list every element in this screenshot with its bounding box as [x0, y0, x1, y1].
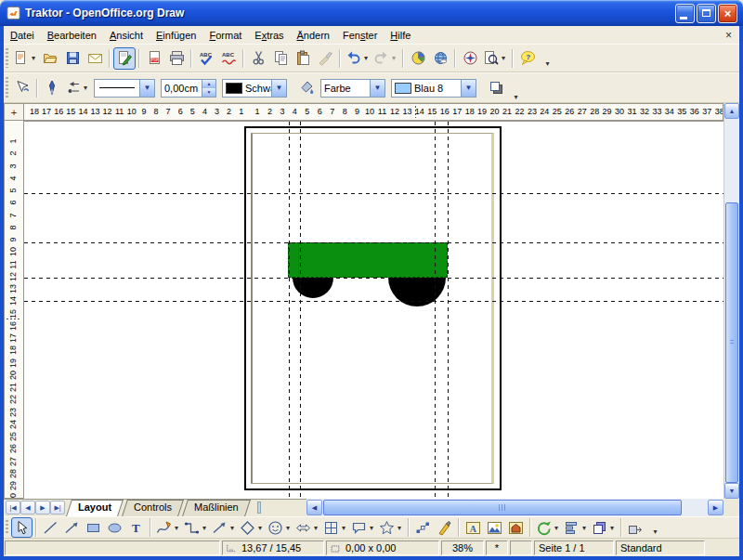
horizontal-scrollbar[interactable]: ◀ ▶	[306, 499, 723, 516]
snap-guide-horizontal[interactable]	[24, 301, 723, 302]
tab-maßlinien[interactable]: Maßlinien	[185, 500, 252, 516]
chevron-down-icon[interactable]: ▾	[201, 524, 208, 532]
chevron-down-icon[interactable]: ▾	[312, 524, 319, 532]
chevron-down-icon[interactable]: ▾	[608, 524, 616, 532]
tab-splitter-handle[interactable]	[257, 501, 261, 514]
save-button[interactable]	[61, 47, 84, 70]
select-button[interactable]	[11, 517, 33, 538]
shadow-button[interactable]	[485, 77, 507, 99]
dropdown-button[interactable]: ▼	[370, 80, 385, 97]
paste-button[interactable]	[292, 47, 314, 70]
navigator-button[interactable]	[459, 47, 481, 70]
area-dialog-button[interactable]	[295, 77, 318, 99]
menu-fenster[interactable]: Fenster	[336, 28, 384, 43]
page[interactable]	[244, 126, 502, 490]
status-zoom[interactable]: 38%	[441, 540, 484, 555]
chevron-down-icon[interactable]: ▾	[368, 524, 375, 532]
toolbar-options-button[interactable]: ▾	[511, 93, 521, 103]
line-button[interactable]	[40, 517, 61, 538]
snap-guide-vertical[interactable]	[300, 122, 301, 499]
open-button[interactable]	[39, 47, 61, 70]
scroll-right-button[interactable]: ▶	[708, 500, 723, 515]
menu-datei[interactable]: Datei	[4, 28, 41, 43]
tab-scroll-first-button[interactable]: |◀	[6, 501, 20, 514]
spellcheck-button[interactable]: ABC	[195, 47, 217, 70]
chevron-down-icon[interactable]: ▾	[30, 54, 37, 62]
horizontal-scroll-track[interactable]	[322, 500, 708, 515]
snap-guide-horizontal[interactable]	[24, 242, 723, 243]
arrow-style-button[interactable]: ▾	[63, 77, 91, 99]
menu-einfügen[interactable]: Einfügen	[150, 28, 202, 43]
gallery-button[interactable]	[505, 517, 527, 538]
help-button[interactable]: ?	[516, 47, 539, 70]
interaction-button[interactable]	[625, 517, 646, 538]
line-color-select[interactable]: Schwarz ▼	[222, 79, 287, 98]
document-as-email-button[interactable]	[84, 47, 106, 70]
menu-ändern[interactable]: Ändern	[291, 28, 336, 43]
fill-color-select[interactable]: Blau 8 ▼	[391, 79, 476, 98]
rotate-button[interactable]: ▾	[534, 517, 562, 538]
tab-scroll-last-button[interactable]: ▶|	[50, 501, 65, 514]
spin-down-button[interactable]: ▼	[202, 88, 215, 97]
spin-up-button[interactable]: ▲	[202, 80, 215, 88]
dropdown-button[interactable]: ▼	[139, 80, 154, 97]
callouts-button[interactable]: ▾	[349, 517, 377, 538]
text-button[interactable]: T	[125, 517, 147, 538]
title-bar[interactable]: Traktor - OpenOffice.org Draw ×	[0, 0, 743, 26]
chevron-down-icon[interactable]: ▾	[228, 524, 236, 532]
menu-hilfe[interactable]: Hilfe	[384, 28, 417, 43]
chevron-down-icon[interactable]: ▾	[396, 524, 403, 532]
horizontal-ruler[interactable]: 1817161514131211109876543211234567891011…	[24, 103, 723, 121]
menu-format[interactable]: Format	[202, 28, 248, 43]
copy-button[interactable]	[269, 47, 292, 70]
status-size[interactable]: 0,00 x 0,00	[326, 540, 439, 555]
toolbar-grip[interactable]	[6, 48, 8, 69]
fontwork-button[interactable]: A	[463, 517, 484, 538]
print-button[interactable]	[165, 47, 188, 70]
close-button[interactable]: ×	[718, 4, 737, 23]
symbol-shapes-button[interactable]: ▾	[266, 517, 293, 538]
redo-button[interactable]: ▾	[372, 47, 399, 70]
lines-and-arrows-button[interactable]: ▾	[210, 517, 238, 538]
scroll-down-button[interactable]: ▼	[724, 483, 739, 499]
chevron-down-icon[interactable]: ▾	[173, 524, 180, 532]
tab-controls[interactable]: Controls	[124, 500, 185, 516]
rectangle-button[interactable]	[83, 517, 104, 538]
toolbar-options-button[interactable]: ▾	[542, 59, 553, 70]
format-paintbrush-button[interactable]	[314, 47, 336, 70]
ruler-origin-button[interactable]: +	[4, 103, 24, 121]
dropdown-button[interactable]: ▼	[271, 80, 286, 97]
chevron-down-icon[interactable]: ▾	[362, 54, 370, 62]
scroll-left-button[interactable]: ◀	[306, 500, 322, 515]
snap-guide-horizontal[interactable]	[24, 278, 723, 279]
chart-button[interactable]	[407, 47, 429, 70]
line-with-arrow-button[interactable]	[61, 517, 83, 538]
stars-button[interactable]: ▾	[377, 517, 405, 538]
chevron-down-icon[interactable]: ▾	[340, 524, 347, 532]
maximize-button[interactable]	[697, 4, 716, 23]
chevron-down-icon[interactable]: ▾	[580, 524, 588, 532]
ellipse-button[interactable]	[104, 517, 125, 538]
toolbar-grip[interactable]	[6, 77, 8, 98]
menu-bearbeiten[interactable]: Bearbeiten	[41, 28, 103, 43]
undo-button[interactable]: ▾	[344, 47, 372, 70]
hyperlink-button[interactable]	[429, 47, 451, 70]
horizontal-scroll-thumb[interactable]	[323, 500, 682, 515]
glue-points-button[interactable]	[434, 517, 455, 538]
vertical-scrollbar[interactable]: ▲ ▼	[723, 103, 739, 499]
line-style-select[interactable]: ▼	[94, 79, 155, 98]
new-button[interactable]: ▾	[11, 47, 39, 70]
menu-ansicht[interactable]: Ansicht	[103, 28, 150, 43]
auto-spellcheck-button[interactable]: ABC	[217, 47, 240, 70]
vertical-ruler[interactable]: 1234567891011121314151617181920212223242…	[4, 121, 24, 499]
tab-scroll-prev-button[interactable]: ◀	[20, 501, 35, 514]
edit-points-mode-button[interactable]	[11, 77, 33, 99]
edit-points-button[interactable]	[412, 517, 434, 538]
chevron-down-icon[interactable]: ▾	[500, 54, 507, 62]
dropdown-button[interactable]: ▼	[461, 80, 476, 97]
curve-button[interactable]: ▾	[154, 517, 182, 538]
arrange-button[interactable]: ▾	[590, 517, 618, 538]
minimize-button[interactable]	[675, 4, 695, 23]
edit-file-button[interactable]	[113, 47, 136, 70]
chevron-down-icon[interactable]: ▾	[553, 524, 560, 532]
